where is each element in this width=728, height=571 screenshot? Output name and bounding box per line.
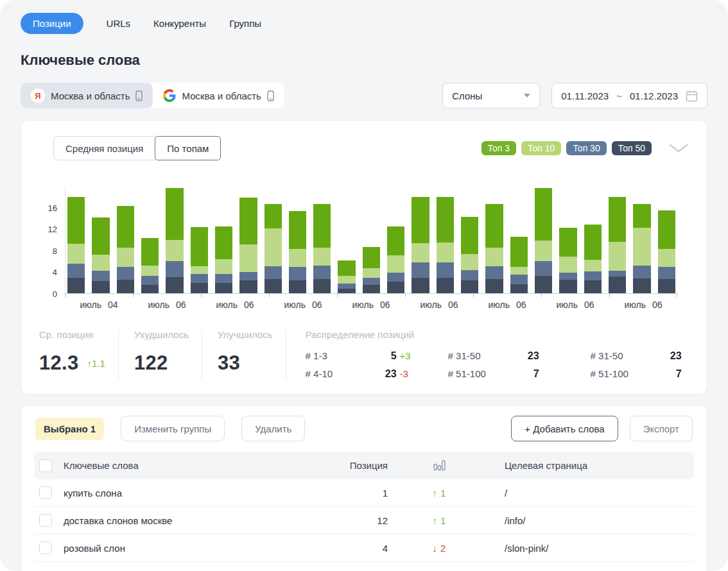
bar-chart-bar[interactable] bbox=[535, 188, 552, 293]
bar-segment bbox=[412, 278, 429, 293]
date-separator: ~ bbox=[616, 90, 622, 101]
distribution-range: # 1-3 bbox=[306, 350, 371, 361]
bar-segment bbox=[559, 228, 576, 257]
select-all-checkbox[interactable] bbox=[39, 459, 52, 472]
bar-chart-bar[interactable] bbox=[313, 204, 331, 293]
bar-chart-bar[interactable] bbox=[363, 247, 380, 293]
bar-chart-bar[interactable] bbox=[289, 211, 306, 294]
bar-chart-bar[interactable] bbox=[584, 225, 602, 293]
bar-segment bbox=[141, 238, 159, 266]
y-axis: 0481216 bbox=[39, 186, 65, 294]
target-page-cell[interactable]: /info/ bbox=[490, 515, 694, 526]
stat-value: 33 bbox=[218, 352, 240, 375]
keyword-cell[interactable]: доставка слонов москве bbox=[58, 515, 327, 526]
bar-chart-bar[interactable] bbox=[658, 210, 675, 293]
tab-competitors[interactable]: Конкуренты bbox=[153, 13, 206, 34]
bar-chart-bar[interactable] bbox=[141, 238, 159, 294]
legend-badge-top3[interactable]: Топ 3 bbox=[481, 141, 517, 155]
bar-segment bbox=[658, 279, 675, 293]
y-tick-label: 8 bbox=[53, 246, 57, 256]
delete-button[interactable]: Удалить bbox=[241, 416, 305, 441]
bar-segment bbox=[510, 275, 528, 284]
bar-chart-bar[interactable] bbox=[117, 206, 134, 293]
add-words-button[interactable]: + Добавить слова bbox=[511, 416, 618, 441]
row-checkbox[interactable] bbox=[39, 541, 52, 554]
position-cell: 4 bbox=[327, 543, 388, 554]
legend-badge-top50[interactable]: Топ 50 bbox=[612, 141, 652, 155]
tab-groups[interactable]: Группы bbox=[229, 13, 261, 34]
chart-legend: Топ 3Топ 10Топ 30Топ 50 bbox=[481, 141, 652, 155]
bar-segment bbox=[92, 217, 109, 254]
bar-segment bbox=[461, 217, 478, 254]
bar-segment bbox=[658, 267, 675, 279]
target-page-cell[interactable]: /slon-pink/ bbox=[490, 543, 694, 554]
column-keywords: Ключевые слова bbox=[58, 460, 327, 471]
date-range-picker[interactable]: 01.11.2023 ~ 01.12.2023 bbox=[551, 83, 707, 108]
tab-positions[interactable]: Позиции bbox=[21, 13, 83, 34]
bar-chart-bar[interactable] bbox=[191, 227, 208, 293]
bar-segment bbox=[510, 284, 528, 293]
mobile-icon bbox=[135, 90, 143, 101]
bar-chart-bar[interactable] bbox=[387, 226, 404, 293]
y-tick-label: 4 bbox=[53, 268, 57, 277]
y-tick-label: 12 bbox=[48, 225, 57, 234]
keyword-cell[interactable]: розовый слон bbox=[58, 543, 327, 554]
x-tick-label: июль 06 bbox=[269, 300, 337, 310]
bar-chart-bar[interactable] bbox=[510, 237, 528, 293]
bar-chart-bar[interactable] bbox=[239, 198, 257, 294]
export-button[interactable]: Экспорт bbox=[630, 416, 693, 441]
keywords-table-card: Выбрано 1 Изменить группы Удалить + Доба… bbox=[21, 405, 707, 571]
distribution-value: 5 bbox=[371, 350, 397, 362]
bar-chart-bar[interactable] bbox=[461, 217, 478, 293]
edit-groups-button[interactable]: Изменить группы bbox=[121, 416, 225, 441]
top-tabs: ПозицииURLsКонкурентыГруппы bbox=[21, 13, 707, 34]
stat-label: Ухудшилось bbox=[134, 329, 189, 340]
tab-urls[interactable]: URLs bbox=[107, 13, 131, 34]
legend-badge-top30[interactable]: Топ 30 bbox=[566, 141, 606, 155]
bar-segment bbox=[289, 249, 306, 267]
collapse-chart-icon[interactable] bbox=[668, 143, 689, 153]
bar-chart-bar[interactable] bbox=[437, 197, 454, 293]
bar-segment bbox=[633, 228, 650, 266]
bar-chart-bar[interactable] bbox=[633, 204, 650, 293]
distribution-columns: # 1-35+3# 4-1023-3# 31-5023# 51-1007# 31… bbox=[306, 350, 702, 380]
row-checkbox[interactable] bbox=[39, 514, 52, 527]
bar-segment bbox=[559, 257, 576, 273]
target-page-cell[interactable]: / bbox=[490, 488, 694, 499]
bar-chart-bar[interactable] bbox=[215, 226, 232, 293]
chevron-down-icon bbox=[524, 94, 530, 98]
bar-chart-bar[interactable] bbox=[338, 260, 355, 293]
bar-chart-bar[interactable] bbox=[67, 197, 85, 293]
bar-segment bbox=[412, 243, 429, 262]
bar-segment bbox=[412, 197, 429, 243]
bar-chart-bar[interactable] bbox=[264, 204, 282, 293]
x-tick-label: июль 06 bbox=[405, 300, 473, 310]
row-checkbox[interactable] bbox=[39, 486, 52, 499]
bar-segment bbox=[313, 266, 331, 279]
toggle-average-position[interactable]: Средняя позиция bbox=[53, 136, 155, 160]
distribution-value: 7 bbox=[656, 368, 682, 380]
bar-chart-bar[interactable] bbox=[166, 188, 183, 293]
stat-improved: Улучшилось 33 bbox=[202, 329, 286, 380]
bar-chart-bar[interactable] bbox=[485, 204, 503, 293]
bar-chart-bar[interactable] bbox=[412, 197, 429, 293]
bar-chart-bar[interactable] bbox=[559, 228, 576, 293]
engine-yandex[interactable]: Я Москва и область bbox=[21, 83, 153, 108]
distribution-range: # 31-50 bbox=[591, 350, 656, 361]
legend-badge-top10[interactable]: Топ 10 bbox=[521, 141, 561, 155]
bar-segment bbox=[510, 237, 528, 267]
bar-chart-bar[interactable] bbox=[92, 217, 109, 293]
group-select[interactable]: Слоны bbox=[442, 83, 540, 108]
stat-label: Ср. позиция bbox=[39, 329, 105, 340]
keyword-cell[interactable]: купить слона bbox=[58, 488, 327, 499]
bar-segment bbox=[584, 225, 602, 260]
right-filters: Слоны 01.11.2023 ~ 01.12.2023 bbox=[442, 83, 707, 108]
engine-google[interactable]: Москва и область bbox=[153, 83, 284, 108]
y-tick-label: 16 bbox=[48, 203, 57, 213]
bar-chart-bar[interactable] bbox=[609, 197, 626, 293]
bar-segment bbox=[412, 262, 429, 278]
distribution-value: 7 bbox=[514, 368, 539, 380]
bar-segment bbox=[609, 242, 626, 271]
distribution-value: 23 bbox=[514, 350, 539, 362]
toggle-by-tops[interactable]: По топам bbox=[155, 136, 221, 160]
